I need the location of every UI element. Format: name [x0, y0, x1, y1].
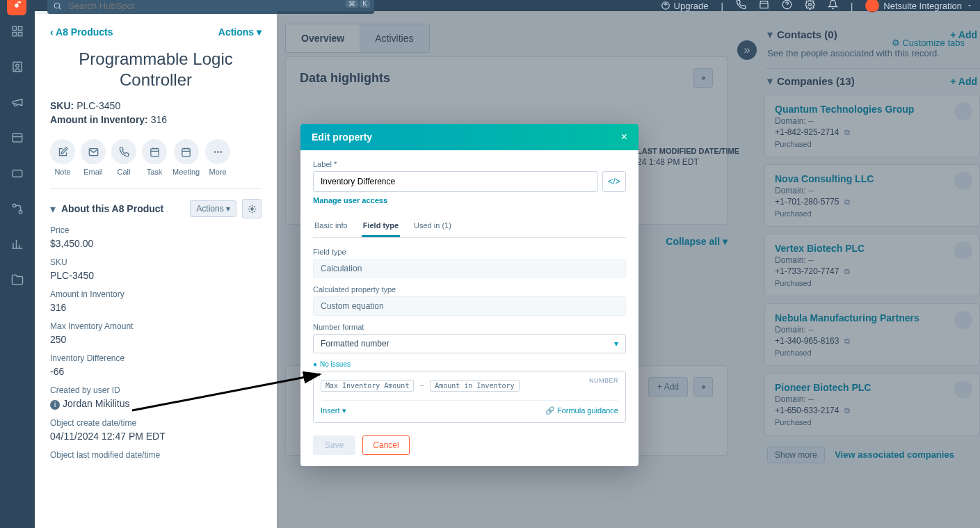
svg-point-23: [220, 151, 222, 153]
property-label: Object last modified date/time: [50, 450, 262, 460]
numfmt-label: Number format: [313, 323, 626, 331]
svg-point-22: [217, 151, 219, 153]
svg-point-24: [250, 207, 252, 209]
notifications-icon[interactable]: [828, 0, 838, 12]
property-value: 04/11/2024 12:47 PM EDT: [50, 431, 262, 442]
workflow-icon[interactable]: [11, 202, 24, 218]
marketplace-icon[interactable]: [759, 0, 769, 12]
svg-point-0: [15, 3, 18, 7]
inventory-row: Amount in Inventory: 316: [50, 114, 262, 125]
formula-guidance-link[interactable]: 🔗 Formula guidance: [545, 406, 618, 415]
property-row: SKUPLC-3450: [50, 257, 262, 281]
kbd-hint: ⌘K: [346, 0, 370, 8]
svg-rect-10: [13, 33, 16, 36]
formula-operator: −: [420, 382, 424, 390]
validation-status: No issues: [313, 360, 626, 368]
formula-token[interactable]: Max Inventory Amount: [321, 380, 414, 392]
left-nav-rail: [0, 11, 35, 528]
wallet-icon[interactable]: [11, 167, 24, 183]
label-input[interactable]: [313, 171, 598, 192]
property-row: Inventory Difference-66: [50, 353, 262, 377]
label-field-label: Label *: [313, 160, 626, 168]
modal-title: Edit property: [312, 131, 372, 143]
formula-token[interactable]: Amount in Inventory: [430, 380, 519, 392]
fieldtype-label: Field type: [313, 248, 626, 256]
fieldtype-value: Calculation: [313, 259, 626, 278]
property-value: 316: [50, 302, 262, 313]
svg-point-3: [54, 3, 60, 8]
svg-point-21: [214, 151, 216, 153]
actions-menu[interactable]: Actions ▾: [218, 26, 262, 38]
code-toggle-button[interactable]: </>: [602, 171, 626, 192]
save-button[interactable]: Save: [313, 435, 355, 455]
svg-point-7: [809, 3, 812, 6]
svg-rect-19: [150, 148, 158, 156]
back-link[interactable]: ‹ A8 Products: [50, 26, 113, 38]
svg-rect-15: [13, 170, 22, 177]
svg-rect-9: [19, 26, 22, 30]
about-settings-button[interactable]: [242, 199, 262, 218]
help-icon[interactable]: [782, 0, 792, 12]
info-icon[interactable]: i: [50, 400, 60, 410]
property-label: Inventory Difference: [50, 353, 262, 363]
property-label: Price: [50, 225, 262, 235]
hubspot-logo[interactable]: [7, 0, 26, 15]
about-section-title: About this A8 Product: [61, 203, 184, 214]
settings-icon[interactable]: [805, 0, 815, 12]
more-button[interactable]: [205, 139, 230, 164]
property-value: -66: [50, 366, 262, 377]
svg-rect-11: [19, 33, 22, 36]
svg-point-13: [16, 64, 19, 67]
svg-rect-20: [182, 148, 190, 156]
about-actions-button[interactable]: Actions ▾: [190, 200, 236, 217]
property-row: Price$3,450.00: [50, 225, 262, 249]
folder-icon[interactable]: [11, 273, 24, 289]
property-label: SKU: [50, 257, 262, 267]
tab-used-in[interactable]: Used in (1): [412, 216, 453, 237]
tab-field-type[interactable]: Field type: [362, 216, 400, 237]
property-row: Object last modified date/time: [50, 450, 262, 460]
meeting-button[interactable]: [174, 139, 199, 164]
svg-rect-8: [13, 26, 16, 30]
search-icon: [53, 1, 62, 13]
property-row: Amount in Inventory316: [50, 289, 262, 313]
chevron-down-icon[interactable]: ▾: [50, 202, 56, 216]
property-row: Created by user IDiJordan Mikilitus: [50, 385, 262, 410]
upgrade-button[interactable]: Upgrade: [661, 1, 709, 11]
chevron-down-icon: ▾: [614, 339, 618, 349]
reports-icon[interactable]: [11, 238, 24, 254]
property-label: Amount in Inventory: [50, 289, 262, 299]
svg-point-17: [19, 210, 22, 214]
task-button[interactable]: [142, 139, 167, 164]
megaphone-icon[interactable]: [11, 96, 24, 112]
grid-icon[interactable]: [11, 25, 24, 41]
inbox-icon[interactable]: [11, 131, 24, 147]
property-value: $3,450.00: [50, 238, 262, 249]
close-icon[interactable]: ×: [621, 131, 627, 143]
phone-icon[interactable]: [736, 0, 746, 12]
svg-point-16: [13, 204, 16, 207]
formula-result-type: NUMBER: [589, 377, 618, 384]
tab-basic-info[interactable]: Basic info: [313, 216, 349, 237]
top-nav: ⌘K Upgrade | | Netsuite Integration: [0, 0, 980, 11]
property-value: 250: [50, 334, 262, 345]
email-button[interactable]: [81, 139, 106, 164]
property-label: Object create date/time: [50, 418, 262, 428]
svg-line-4: [59, 7, 61, 9]
property-row: Object create date/time04/11/2024 12:47 …: [50, 418, 262, 442]
note-button[interactable]: [50, 139, 75, 164]
numfmt-select[interactable]: Formatted number ▾: [313, 334, 626, 353]
svg-rect-14: [13, 134, 22, 142]
call-button[interactable]: [111, 139, 136, 164]
property-row: Max Inventory Amount250: [50, 321, 262, 345]
formula-editor[interactable]: NUMBER Max Inventory Amount − Amount in …: [313, 371, 626, 423]
manage-access-link[interactable]: Manage user access: [313, 196, 387, 205]
edit-property-modal: Edit property × Label * </> Manage user …: [300, 124, 638, 466]
property-label: Max Inventory Amount: [50, 321, 262, 331]
contact-icon[interactable]: [11, 61, 24, 77]
calcproptype-value: Custom equation: [313, 296, 626, 316]
property-value: PLC-3450: [50, 270, 262, 281]
insert-menu[interactable]: Insert ▾: [321, 406, 346, 415]
property-label: Created by user ID: [50, 385, 262, 395]
cancel-button[interactable]: Cancel: [362, 435, 409, 455]
